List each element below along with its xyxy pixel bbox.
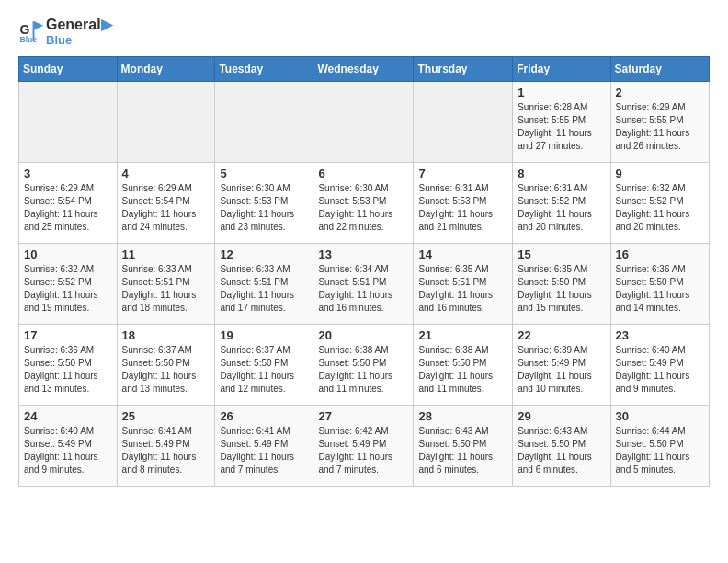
logo-icon: G Blue [18, 18, 44, 44]
calendar-cell: 20Sunrise: 6:38 AM Sunset: 5:50 PM Dayli… [313, 324, 414, 405]
calendar: SundayMondayTuesdayWednesdayThursdayFrid… [18, 56, 710, 487]
day-number: 12 [220, 247, 308, 261]
day-info: Sunrise: 6:30 AM Sunset: 5:53 PM Dayligh… [318, 182, 408, 234]
day-number: 8 [518, 167, 605, 180]
day-info: Sunrise: 6:37 AM Sunset: 5:50 PM Dayligh… [122, 344, 210, 396]
calendar-cell: 27Sunrise: 6:42 AM Sunset: 5:49 PM Dayli… [313, 405, 414, 486]
day-number: 25 [122, 409, 210, 423]
calendar-cell: 7Sunrise: 6:31 AM Sunset: 5:53 PM Daylig… [414, 162, 513, 243]
day-info: Sunrise: 6:39 AM Sunset: 5:49 PM Dayligh… [518, 344, 605, 396]
day-number: 20 [318, 328, 408, 342]
calendar-cell: 18Sunrise: 6:37 AM Sunset: 5:50 PM Dayli… [117, 324, 215, 405]
day-info: Sunrise: 6:43 AM Sunset: 5:50 PM Dayligh… [418, 425, 507, 477]
day-number: 9 [616, 167, 704, 180]
day-number: 24 [24, 409, 112, 423]
day-info: Sunrise: 6:32 AM Sunset: 5:52 PM Dayligh… [24, 263, 112, 315]
calendar-cell: 24Sunrise: 6:40 AM Sunset: 5:49 PM Dayli… [19, 405, 118, 486]
logo: G Blue General▶ Blue [18, 17, 112, 47]
calendar-cell [313, 81, 414, 162]
day-number: 7 [418, 167, 507, 180]
day-number: 19 [220, 328, 308, 342]
day-info: Sunrise: 6:36 AM Sunset: 5:50 PM Dayligh… [616, 263, 704, 315]
day-header-friday: Friday [513, 56, 610, 81]
day-info: Sunrise: 6:44 AM Sunset: 5:50 PM Dayligh… [616, 425, 704, 477]
day-number: 18 [122, 328, 210, 342]
calendar-cell: 8Sunrise: 6:31 AM Sunset: 5:52 PM Daylig… [513, 162, 610, 243]
day-number: 26 [220, 409, 308, 423]
day-info: Sunrise: 6:31 AM Sunset: 5:53 PM Dayligh… [418, 182, 507, 234]
calendar-cell: 10Sunrise: 6:32 AM Sunset: 5:52 PM Dayli… [19, 243, 118, 324]
day-header-sunday: Sunday [19, 56, 118, 81]
day-header-wednesday: Wednesday [313, 56, 414, 81]
calendar-week-4: 17Sunrise: 6:36 AM Sunset: 5:50 PM Dayli… [19, 324, 710, 405]
day-number: 16 [616, 247, 704, 261]
day-number: 29 [518, 409, 605, 423]
day-number: 6 [318, 167, 408, 180]
day-info: Sunrise: 6:38 AM Sunset: 5:50 PM Dayligh… [418, 344, 507, 396]
calendar-cell: 13Sunrise: 6:34 AM Sunset: 5:51 PM Dayli… [313, 243, 414, 324]
day-info: Sunrise: 6:29 AM Sunset: 5:54 PM Dayligh… [122, 182, 210, 234]
svg-text:Blue: Blue [20, 35, 38, 44]
calendar-cell: 28Sunrise: 6:43 AM Sunset: 5:50 PM Dayli… [414, 405, 513, 486]
calendar-cell: 21Sunrise: 6:38 AM Sunset: 5:50 PM Dayli… [414, 324, 513, 405]
calendar-cell: 6Sunrise: 6:30 AM Sunset: 5:53 PM Daylig… [313, 162, 414, 243]
calendar-cell: 9Sunrise: 6:32 AM Sunset: 5:52 PM Daylig… [610, 162, 709, 243]
day-number: 22 [518, 328, 605, 342]
calendar-cell: 14Sunrise: 6:35 AM Sunset: 5:51 PM Dayli… [414, 243, 513, 324]
day-info: Sunrise: 6:40 AM Sunset: 5:49 PM Dayligh… [24, 425, 112, 477]
day-info: Sunrise: 6:41 AM Sunset: 5:49 PM Dayligh… [220, 425, 308, 477]
day-info: Sunrise: 6:30 AM Sunset: 5:53 PM Dayligh… [220, 182, 308, 234]
calendar-week-3: 10Sunrise: 6:32 AM Sunset: 5:52 PM Dayli… [19, 243, 710, 324]
calendar-week-2: 3Sunrise: 6:29 AM Sunset: 5:54 PM Daylig… [19, 162, 710, 243]
day-info: Sunrise: 6:38 AM Sunset: 5:50 PM Dayligh… [318, 344, 408, 396]
day-number: 11 [122, 247, 210, 261]
calendar-cell [19, 81, 118, 162]
calendar-cell: 30Sunrise: 6:44 AM Sunset: 5:50 PM Dayli… [610, 405, 709, 486]
day-info: Sunrise: 6:34 AM Sunset: 5:51 PM Dayligh… [318, 263, 408, 315]
day-number: 5 [220, 167, 308, 180]
day-number: 30 [616, 409, 704, 423]
day-number: 4 [122, 167, 210, 180]
day-info: Sunrise: 6:35 AM Sunset: 5:51 PM Dayligh… [418, 263, 507, 315]
calendar-cell: 22Sunrise: 6:39 AM Sunset: 5:49 PM Dayli… [513, 324, 610, 405]
day-number: 27 [318, 409, 408, 423]
day-number: 1 [518, 86, 605, 99]
day-info: Sunrise: 6:28 AM Sunset: 5:55 PM Dayligh… [518, 101, 605, 153]
day-number: 21 [418, 328, 507, 342]
calendar-cell: 3Sunrise: 6:29 AM Sunset: 5:54 PM Daylig… [19, 162, 118, 243]
calendar-body: 1Sunrise: 6:28 AM Sunset: 5:55 PM Daylig… [19, 81, 710, 486]
day-number: 15 [518, 247, 605, 261]
calendar-cell [215, 81, 313, 162]
calendar-cell: 12Sunrise: 6:33 AM Sunset: 5:51 PM Dayli… [215, 243, 313, 324]
day-info: Sunrise: 6:40 AM Sunset: 5:49 PM Dayligh… [616, 344, 704, 396]
day-info: Sunrise: 6:37 AM Sunset: 5:50 PM Dayligh… [220, 344, 308, 396]
day-number: 10 [24, 247, 112, 261]
day-header-monday: Monday [117, 56, 215, 81]
day-info: Sunrise: 6:33 AM Sunset: 5:51 PM Dayligh… [220, 263, 308, 315]
header: G Blue General▶ Blue [18, 17, 710, 47]
day-number: 13 [318, 247, 408, 261]
calendar-cell: 5Sunrise: 6:30 AM Sunset: 5:53 PM Daylig… [215, 162, 313, 243]
calendar-cell: 11Sunrise: 6:33 AM Sunset: 5:51 PM Dayli… [117, 243, 215, 324]
day-info: Sunrise: 6:36 AM Sunset: 5:50 PM Dayligh… [24, 344, 112, 396]
day-number: 14 [418, 247, 507, 261]
day-number: 28 [418, 409, 507, 423]
header-row: SundayMondayTuesdayWednesdayThursdayFrid… [19, 56, 710, 81]
day-header-tuesday: Tuesday [215, 56, 313, 81]
day-info: Sunrise: 6:29 AM Sunset: 5:54 PM Dayligh… [24, 182, 112, 234]
calendar-cell: 29Sunrise: 6:43 AM Sunset: 5:50 PM Dayli… [513, 405, 610, 486]
calendar-cell: 15Sunrise: 6:35 AM Sunset: 5:50 PM Dayli… [513, 243, 610, 324]
calendar-week-1: 1Sunrise: 6:28 AM Sunset: 5:55 PM Daylig… [19, 81, 710, 162]
calendar-header: SundayMondayTuesdayWednesdayThursdayFrid… [19, 56, 710, 81]
day-header-saturday: Saturday [610, 56, 709, 81]
calendar-cell: 4Sunrise: 6:29 AM Sunset: 5:54 PM Daylig… [117, 162, 215, 243]
calendar-cell [117, 81, 215, 162]
calendar-cell: 19Sunrise: 6:37 AM Sunset: 5:50 PM Dayli… [215, 324, 313, 405]
day-info: Sunrise: 6:35 AM Sunset: 5:50 PM Dayligh… [518, 263, 605, 315]
day-info: Sunrise: 6:42 AM Sunset: 5:49 PM Dayligh… [318, 425, 408, 477]
day-number: 2 [616, 86, 704, 99]
day-header-thursday: Thursday [414, 56, 513, 81]
day-info: Sunrise: 6:41 AM Sunset: 5:49 PM Dayligh… [122, 425, 210, 477]
day-info: Sunrise: 6:43 AM Sunset: 5:50 PM Dayligh… [518, 425, 605, 477]
day-number: 3 [24, 167, 112, 180]
